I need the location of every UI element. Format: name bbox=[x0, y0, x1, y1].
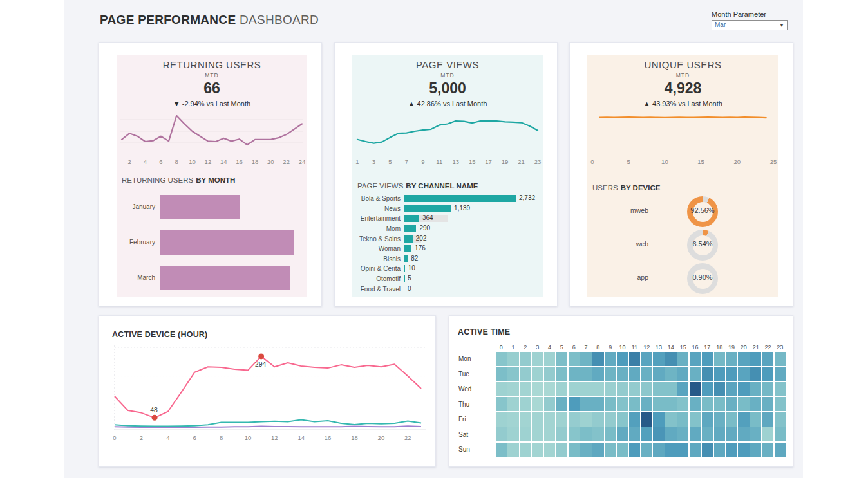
heatmap-cell[interactable] bbox=[569, 427, 580, 441]
channel-bar[interactable] bbox=[404, 235, 413, 243]
active-device-hour-chart[interactable]: 48294 bbox=[109, 344, 426, 430]
heatmap-cell[interactable] bbox=[629, 367, 640, 381]
heatmap-cell[interactable] bbox=[714, 367, 725, 381]
heatmap-cell[interactable] bbox=[702, 397, 713, 411]
page-views-trend-chart[interactable] bbox=[356, 108, 539, 154]
heatmap-cell[interactable] bbox=[507, 427, 518, 441]
heatmap-cell[interactable] bbox=[726, 382, 737, 396]
heatmap-cell[interactable] bbox=[750, 427, 761, 441]
heatmap-cell[interactable] bbox=[520, 443, 531, 457]
heatmap-cell[interactable] bbox=[677, 367, 688, 381]
heatmap-cell[interactable] bbox=[714, 352, 725, 366]
heatmap-cell[interactable] bbox=[605, 412, 616, 427]
heatmap-cell[interactable] bbox=[569, 367, 580, 381]
heatmap-cell[interactable] bbox=[629, 427, 640, 441]
heatmap-cell[interactable] bbox=[653, 412, 664, 427]
heatmap-cell[interactable] bbox=[556, 367, 567, 381]
heatmap-cell[interactable] bbox=[629, 382, 640, 396]
heatmap-cell[interactable] bbox=[738, 367, 749, 381]
heatmap-cell[interactable] bbox=[556, 352, 567, 366]
heatmap-cell[interactable] bbox=[532, 427, 543, 441]
heatmap-cell[interactable] bbox=[775, 352, 786, 366]
heatmap-cell[interactable] bbox=[544, 352, 555, 366]
heatmap-cell[interactable] bbox=[544, 427, 555, 441]
heatmap-cell[interactable] bbox=[544, 367, 555, 381]
heatmap-cell[interactable] bbox=[507, 352, 518, 366]
heatmap-cell[interactable] bbox=[762, 367, 773, 381]
channel-bar[interactable] bbox=[404, 215, 419, 222]
heatmap-cell[interactable] bbox=[653, 397, 664, 411]
heatmap-cell[interactable] bbox=[738, 427, 749, 441]
heatmap-cell[interactable] bbox=[569, 412, 580, 427]
heatmap-cell[interactable] bbox=[580, 352, 591, 366]
heatmap-cell[interactable] bbox=[775, 382, 786, 396]
heatmap-cell[interactable] bbox=[653, 382, 664, 396]
heatmap-cell[interactable] bbox=[738, 382, 749, 396]
heatmap-cell[interactable] bbox=[726, 427, 737, 441]
heatmap-cell[interactable] bbox=[690, 443, 701, 457]
heatmap-cell[interactable] bbox=[690, 412, 701, 427]
heatmap-cell[interactable] bbox=[496, 367, 507, 381]
heatmap-cell[interactable] bbox=[520, 367, 531, 381]
heatmap-cell[interactable] bbox=[653, 352, 664, 366]
heatmap-cell[interactable] bbox=[665, 367, 676, 381]
heatmap-cell[interactable] bbox=[580, 427, 591, 441]
heatmap-cell[interactable] bbox=[496, 382, 507, 396]
heatmap-cell[interactable] bbox=[592, 397, 603, 411]
heatmap-cell[interactable] bbox=[641, 382, 652, 396]
channel-bar[interactable] bbox=[404, 225, 416, 232]
heatmap-cell[interactable] bbox=[617, 443, 628, 457]
heatmap-cell[interactable] bbox=[677, 397, 688, 411]
heatmap-cell[interactable] bbox=[580, 412, 591, 427]
heatmap-cell[interactable] bbox=[605, 397, 616, 411]
heatmap-cell[interactable] bbox=[714, 382, 725, 396]
heatmap-cell[interactable] bbox=[507, 443, 518, 457]
heatmap-cell[interactable] bbox=[617, 397, 628, 411]
heatmap-cell[interactable] bbox=[702, 367, 713, 381]
heatmap-cell[interactable] bbox=[762, 427, 773, 441]
heatmap-cell[interactable] bbox=[520, 412, 531, 427]
heatmap-cell[interactable] bbox=[690, 427, 701, 441]
heatmap-cell[interactable] bbox=[738, 352, 749, 366]
heatmap-cell[interactable] bbox=[762, 397, 773, 411]
heatmap-cell[interactable] bbox=[750, 443, 761, 457]
heatmap-cell[interactable] bbox=[677, 352, 688, 366]
heatmap-cell[interactable] bbox=[750, 412, 761, 427]
heatmap-cell[interactable] bbox=[496, 443, 507, 457]
heatmap-cell[interactable] bbox=[726, 443, 737, 457]
heatmap-cell[interactable] bbox=[544, 443, 555, 457]
month-bar[interactable] bbox=[160, 195, 240, 219]
heatmap-cell[interactable] bbox=[592, 412, 603, 427]
month-bar[interactable] bbox=[160, 230, 294, 255]
heatmap-cell[interactable] bbox=[677, 412, 688, 427]
heatmap-cell[interactable] bbox=[507, 382, 518, 396]
heatmap-cell[interactable] bbox=[641, 443, 652, 457]
heatmap-cell[interactable] bbox=[569, 382, 580, 396]
data-point-marker[interactable] bbox=[152, 415, 158, 421]
heatmap-cell[interactable] bbox=[762, 412, 773, 427]
heatmap-cell[interactable] bbox=[702, 443, 713, 457]
heatmap-cell[interactable] bbox=[665, 352, 676, 366]
channel-bar[interactable] bbox=[404, 245, 411, 252]
heatmap-cell[interactable] bbox=[569, 443, 580, 457]
heatmap-cell[interactable] bbox=[569, 397, 580, 411]
heatmap-cell[interactable] bbox=[641, 397, 652, 411]
heatmap-cell[interactable] bbox=[677, 443, 688, 457]
heatmap-cell[interactable] bbox=[605, 382, 616, 396]
heatmap-cell[interactable] bbox=[569, 352, 580, 366]
heatmap-cell[interactable] bbox=[592, 443, 603, 457]
heatmap-cell[interactable] bbox=[653, 427, 664, 441]
heatmap-cell[interactable] bbox=[617, 352, 628, 366]
heatmap-cell[interactable] bbox=[641, 412, 652, 427]
heatmap-cell[interactable] bbox=[507, 412, 518, 427]
heatmap-cell[interactable] bbox=[714, 443, 725, 457]
heatmap-cell[interactable] bbox=[556, 382, 567, 396]
heatmap-cell[interactable] bbox=[544, 397, 555, 411]
heatmap-cell[interactable] bbox=[665, 412, 676, 427]
heatmap-cell[interactable] bbox=[496, 352, 507, 366]
heatmap-cell[interactable] bbox=[556, 427, 567, 441]
heatmap-cell[interactable] bbox=[690, 397, 701, 411]
heatmap-cell[interactable] bbox=[738, 443, 749, 457]
heatmap-cell[interactable] bbox=[702, 382, 713, 396]
heatmap-cell[interactable] bbox=[556, 412, 567, 427]
